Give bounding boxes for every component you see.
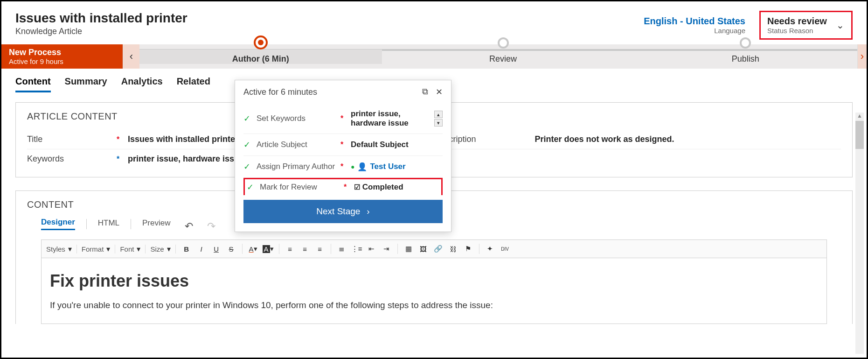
rich-text-toolbar: Styles▾ Format▾ Font▾ Size▾ B I U S A▾ A… bbox=[41, 239, 827, 258]
record-title: Issues with installed printer bbox=[15, 11, 187, 26]
image-icon[interactable]: 🖼 bbox=[417, 243, 430, 255]
toolbar-size-select[interactable]: Size▾ bbox=[150, 245, 175, 253]
flag-icon[interactable]: ⚑ bbox=[462, 243, 474, 255]
flyout-value-keywords[interactable]: printer issue, hardware issue bbox=[351, 109, 430, 128]
process-name: New Process bbox=[9, 48, 115, 57]
undo-icon[interactable]: ↶ bbox=[185, 220, 193, 232]
required-icon: * bbox=[344, 183, 349, 191]
vertical-scrollbar[interactable]: ▲ bbox=[855, 113, 864, 354]
align-left-icon[interactable]: ≡ bbox=[284, 243, 296, 255]
scrollbar-thumb[interactable] bbox=[855, 121, 864, 149]
toolbar-styles-select[interactable]: Styles▾ bbox=[46, 245, 77, 253]
strikethrough-icon[interactable]: S bbox=[225, 243, 237, 255]
stage-node-active-icon bbox=[254, 35, 268, 49]
italic-icon[interactable]: I bbox=[195, 243, 208, 255]
status-value: Needs review bbox=[767, 16, 827, 27]
outdent-icon[interactable]: ⇤ bbox=[366, 243, 378, 255]
link-icon[interactable]: 🔗 bbox=[432, 243, 444, 255]
field-label-title: Title bbox=[27, 134, 111, 144]
align-right-icon[interactable]: ≡ bbox=[314, 243, 326, 255]
field-value-keywords[interactable]: printer issue, hardware issue bbox=[128, 154, 244, 164]
required-icon: * bbox=[340, 141, 346, 149]
language-value: English - United States bbox=[644, 16, 745, 27]
status-label: Status Reason bbox=[767, 27, 827, 35]
flyout-value-subject[interactable]: Default Subject bbox=[351, 140, 443, 149]
table-icon[interactable]: ▦ bbox=[403, 243, 415, 255]
toolbar-font-select[interactable]: Font▾ bbox=[120, 245, 146, 253]
record-subtitle: Knowledge Article bbox=[15, 27, 187, 36]
align-center-icon[interactable]: ≡ bbox=[299, 243, 311, 255]
flyout-label-author: Assign Primary Author bbox=[257, 162, 336, 171]
ordered-list-icon[interactable]: ≣ bbox=[336, 243, 348, 255]
check-icon: ✓ bbox=[243, 140, 252, 150]
check-icon: ✓ bbox=[247, 182, 255, 192]
unlink-icon[interactable]: ⛓ bbox=[447, 243, 459, 255]
flyout-value-mark-review[interactable]: ☑ Completed bbox=[354, 183, 439, 192]
person-icon: 👤 bbox=[357, 162, 367, 172]
editor-mode-tabs: Designer HTML Preview bbox=[41, 218, 171, 230]
flyout-label-subject: Article Subject bbox=[257, 140, 336, 149]
value-scroll[interactable]: ▴▾ bbox=[434, 111, 443, 127]
editor-canvas[interactable]: Fix printer issues If you're unable to c… bbox=[41, 258, 827, 324]
stage-track: Author (6 Min) Review Publish bbox=[139, 44, 867, 69]
title-block: Issues with installed printer Knowledge … bbox=[15, 11, 187, 36]
unordered-list-icon[interactable]: ⋮≡ bbox=[351, 243, 363, 255]
recommended-icon: * bbox=[117, 155, 122, 163]
presence-available-icon: ● bbox=[351, 163, 354, 170]
chevron-down-icon: ⌄ bbox=[836, 20, 844, 31]
redo-icon[interactable]: ↷ bbox=[207, 220, 215, 232]
tab-summary[interactable]: Summary bbox=[65, 76, 107, 92]
next-stage-button[interactable]: Next Stage › bbox=[243, 200, 443, 223]
flyout-label-mark-review: Mark for Review bbox=[260, 183, 339, 192]
editor-heading: Fix printer issues bbox=[50, 271, 818, 291]
process-scroll-right[interactable]: › bbox=[857, 44, 867, 69]
field-value-title[interactable]: Issues with installed printer bbox=[128, 134, 238, 144]
required-icon: * bbox=[340, 162, 346, 171]
editor-tab-preview[interactable]: Preview bbox=[142, 218, 170, 230]
indent-icon[interactable]: ⇥ bbox=[381, 243, 393, 255]
stage-label-review: Review bbox=[489, 54, 517, 64]
check-icon: ✓ bbox=[243, 162, 252, 172]
business-process-flow: New Process Active for 9 hours ‹ Author … bbox=[1, 44, 867, 69]
stage-author[interactable]: Author (6 Min) bbox=[139, 49, 382, 64]
toolbar-format-select[interactable]: Format▾ bbox=[82, 245, 116, 253]
stage-node-icon bbox=[740, 37, 751, 49]
field-value-description[interactable]: Printer does not work as designed. bbox=[535, 134, 674, 144]
tab-content[interactable]: Content bbox=[15, 76, 51, 92]
editor-tab-html[interactable]: HTML bbox=[98, 218, 119, 230]
editor-paragraph: If you're unable to connect to your prin… bbox=[50, 300, 818, 310]
stage-label-author: Author (6 Min) bbox=[232, 54, 289, 64]
flyout-title: Active for 6 minutes bbox=[243, 87, 317, 97]
language-selector[interactable]: English - United States Language bbox=[644, 16, 745, 35]
div-icon[interactable]: DIV bbox=[499, 243, 511, 255]
user-link[interactable]: Test User bbox=[370, 162, 405, 171]
field-label-keywords: Keywords bbox=[27, 154, 111, 164]
background-color-icon[interactable]: A▾ bbox=[262, 243, 274, 255]
chevron-right-icon: › bbox=[367, 206, 369, 217]
font-color-icon[interactable]: A▾ bbox=[247, 243, 259, 255]
status-reason-box[interactable]: Needs review Status Reason ⌄ bbox=[759, 11, 853, 40]
page-header: Issues with installed printer Knowledge … bbox=[1, 1, 867, 44]
checkbox-checked-icon[interactable]: ☑ bbox=[354, 183, 360, 191]
tab-related[interactable]: Related bbox=[177, 76, 210, 92]
process-name-block[interactable]: New Process Active for 9 hours bbox=[1, 44, 123, 69]
required-icon: * bbox=[340, 114, 346, 123]
stage-node-icon bbox=[498, 37, 509, 49]
flyout-row-mark-for-review: ✓ Mark for Review * ☑ Completed bbox=[243, 178, 443, 195]
close-icon[interactable]: ✕ bbox=[436, 87, 443, 97]
flyout-value-author[interactable]: ● 👤 Test User bbox=[351, 162, 443, 172]
tab-analytics[interactable]: Analytics bbox=[121, 76, 163, 92]
underline-icon[interactable]: U bbox=[210, 243, 222, 255]
editor-tab-designer[interactable]: Designer bbox=[41, 218, 75, 230]
stage-review[interactable]: Review bbox=[382, 49, 625, 64]
process-active-for: Active for 9 hours bbox=[9, 57, 115, 65]
language-label: Language bbox=[644, 27, 745, 35]
flyout-label-keywords: Set Keywords bbox=[257, 114, 336, 123]
scroll-up-icon[interactable]: ▲ bbox=[857, 113, 862, 119]
embed-icon[interactable]: ✦ bbox=[484, 243, 496, 255]
bold-icon[interactable]: B bbox=[181, 243, 193, 255]
stage-publish[interactable]: Publish bbox=[624, 49, 867, 64]
process-scroll-left[interactable]: ‹ bbox=[123, 44, 139, 69]
popout-icon[interactable]: ⧉ bbox=[422, 87, 428, 97]
stage-flyout: Active for 6 minutes ⧉ ✕ ✓ Set Keywords … bbox=[235, 80, 451, 232]
